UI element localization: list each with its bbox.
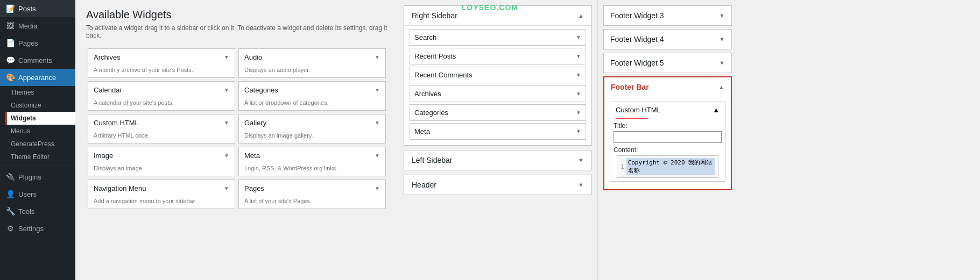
footer-bar-header[interactable]: Footer Bar ▲: [604, 77, 731, 97]
footer-widget-5-header[interactable]: Footer Widget 5 ▼: [604, 53, 731, 73]
right-sidebar-categories[interactable]: Categories ▼: [410, 104, 586, 121]
widget-audio-desc: Displays an audio player.: [239, 66, 385, 77]
archives-label: Archives: [414, 90, 441, 98]
right-sidebar-recent-posts[interactable]: Recent Posts ▼: [410, 48, 586, 64]
chevron-down-icon: ▼: [375, 87, 380, 93]
widget-nav-menu-label: Navigation Menu: [94, 184, 146, 192]
widget-gallery-desc: Displays an image gallery.: [239, 131, 385, 143]
sidebar-item-menus[interactable]: Menus: [5, 125, 75, 138]
sidebar-item-plugins[interactable]: 🔌 Plugins: [0, 168, 75, 185]
chevron-up-icon: ▲: [578, 12, 584, 19]
sidebar-label-media: Media: [18, 22, 37, 30]
sidebar-item-theme-editor[interactable]: Theme Editor: [5, 150, 75, 163]
sidebar-item-pages[interactable]: 📄 Pages: [0, 34, 75, 52]
sidebar-item-appearance[interactable]: 🎨 Appearance: [0, 69, 75, 86]
widget-meta-header[interactable]: Meta ▼: [239, 147, 385, 164]
widget-audio[interactable]: Audio ▼ Displays an audio player.: [238, 48, 386, 78]
right-sidebar-recent-comments[interactable]: Recent Comments ▼: [410, 67, 586, 83]
sidebar-item-users[interactable]: 👤 Users: [0, 185, 75, 203]
right-sidebar-search[interactable]: Search ▼: [410, 29, 586, 46]
footer-widget-4-header[interactable]: Footer Widget 4 ▼: [604, 30, 731, 49]
chevron-down-icon: ▼: [224, 185, 229, 191]
users-icon: 👤: [5, 190, 15, 198]
page-title: Available Widgets: [86, 9, 387, 21]
widget-categories-header[interactable]: Categories ▼: [239, 82, 385, 98]
meta-label: Meta: [414, 127, 430, 135]
widget-archives[interactable]: Archives ▼ A monthly archive of your sit…: [88, 48, 235, 78]
widget-custom-html-header[interactable]: Custom HTML ▼: [88, 114, 235, 131]
widget-meta[interactable]: Meta ▼ Login, RSS, & WordPress.org links…: [238, 147, 386, 176]
content-area[interactable]: 1 Copyright © 2020 我的网站名称: [617, 155, 718, 178]
widget-meta-label: Meta: [244, 152, 260, 160]
chevron-down-icon: ▼: [576, 110, 581, 116]
widget-gallery[interactable]: Gallery ▼ Displays an image gallery.: [238, 114, 386, 143]
sidebar-item-generatepress[interactable]: GeneratePress: [5, 138, 75, 150]
widget-image-header[interactable]: Image ▼: [88, 147, 235, 164]
widget-gallery-label: Gallery: [244, 119, 266, 127]
title-row: Title:: [610, 122, 725, 143]
custom-html-widget-header[interactable]: Custom HTML ▲: [610, 102, 725, 118]
widget-nav-menu-header[interactable]: Navigation Menu ▼: [88, 180, 235, 197]
sidebar-label-appearance: Appearance: [18, 74, 56, 82]
header-area: Header ▼: [404, 175, 592, 195]
widget-archives-header[interactable]: Archives ▼: [88, 49, 235, 66]
appearance-submenu: Themes Customize Widgets Menus GenerateP…: [0, 86, 75, 163]
sidebar-item-widgets[interactable]: Widgets: [5, 112, 75, 125]
widget-pages-label: Pages: [244, 184, 264, 192]
chevron-down-icon: ▼: [576, 91, 581, 97]
tools-icon: 🔧: [5, 207, 15, 216]
header-area-title: Header: [412, 181, 436, 189]
main-content: Available Widgets To activate a widget d…: [75, 0, 980, 280]
chevron-up-icon: ▲: [718, 84, 724, 90]
widget-calendar-label: Calendar: [94, 86, 122, 94]
widget-calendar[interactable]: Calendar ▼ A calendar of your site's pos…: [88, 81, 235, 111]
chevron-down-icon: ▼: [375, 153, 380, 159]
widget-custom-html-desc: Arbitrary HTML code.: [88, 131, 235, 143]
widget-pages[interactable]: Pages ▼ A list of your site's Pages.: [238, 180, 386, 209]
search-label: Search: [414, 33, 436, 41]
sidebar-item-tools[interactable]: 🔧 Tools: [0, 203, 75, 220]
right-sidebar-header[interactable]: Right Sidebar ▲: [404, 6, 591, 25]
widget-gallery-header[interactable]: Gallery ▼: [239, 114, 385, 131]
title-input[interactable]: [614, 131, 722, 143]
sidebar-item-customize[interactable]: Customize: [5, 99, 75, 112]
sidebar-item-settings[interactable]: ⚙ Settings: [0, 220, 75, 237]
sidebar-item-comments[interactable]: 💬 Comments: [0, 52, 75, 69]
widget-calendar-header[interactable]: Calendar ▼: [88, 82, 235, 98]
widget-audio-header[interactable]: Audio ▼: [239, 49, 385, 66]
footer-widget-4-label: Footer Widget 4: [610, 35, 664, 44]
chevron-up-icon: ▲: [713, 106, 720, 114]
content-value: Copyright © 2020 我的网站名称: [626, 158, 715, 175]
users-label: Users: [18, 190, 37, 198]
posts-icon: 📝: [5, 4, 15, 13]
widget-nav-menu[interactable]: Navigation Menu ▼ Add a navigation menu …: [88, 180, 235, 209]
chevron-down-icon: ▼: [578, 157, 584, 163]
widget-pages-header[interactable]: Pages ▼: [239, 180, 385, 197]
chevron-down-icon: ▼: [375, 185, 380, 191]
available-widgets-panel: Available Widgets To activate a widget d…: [75, 0, 398, 280]
widgets-label: Widgets: [11, 114, 36, 122]
chevron-down-icon: ▼: [224, 87, 229, 93]
footer-widget-3-header[interactable]: Footer Widget 3 ▼: [604, 6, 731, 25]
custom-html-widget-label: Custom HTML: [616, 106, 661, 114]
widget-categories-desc: A list or dropdown of categories.: [239, 98, 385, 110]
sidebar-item-themes[interactable]: Themes: [5, 86, 75, 99]
footer-widget-4: Footer Widget 4 ▼: [603, 29, 732, 49]
left-sidebar-area: Left Sidebar ▼: [404, 150, 592, 170]
sidebar-item-media[interactable]: 🖼 Media: [0, 17, 75, 34]
header-area-header[interactable]: Header ▼: [404, 175, 591, 195]
widget-custom-html[interactable]: Custom HTML ▼ Arbitrary HTML code.: [88, 114, 235, 143]
chevron-down-icon: ▼: [224, 153, 229, 159]
widget-image[interactable]: Image ▼ Displays an image.: [88, 147, 235, 176]
theme-editor-label: Theme Editor: [11, 153, 50, 161]
footer-widget-3-label: Footer Widget 3: [610, 11, 664, 20]
footer-bar-title: Footer Bar: [611, 83, 649, 91]
sidebar-item-posts[interactable]: 📝 Posts: [0, 0, 75, 17]
widget-categories[interactable]: Categories ▼ A list or dropdown of categ…: [238, 81, 386, 111]
right-sidebar-meta[interactable]: Meta ▼: [410, 123, 586, 140]
chevron-down-icon: ▼: [224, 120, 229, 126]
categories-label: Categories: [414, 109, 448, 117]
settings-icon: ⚙: [5, 224, 15, 233]
right-sidebar-archives[interactable]: Archives ▼: [410, 85, 586, 102]
left-sidebar-header[interactable]: Left Sidebar ▼: [404, 150, 591, 170]
